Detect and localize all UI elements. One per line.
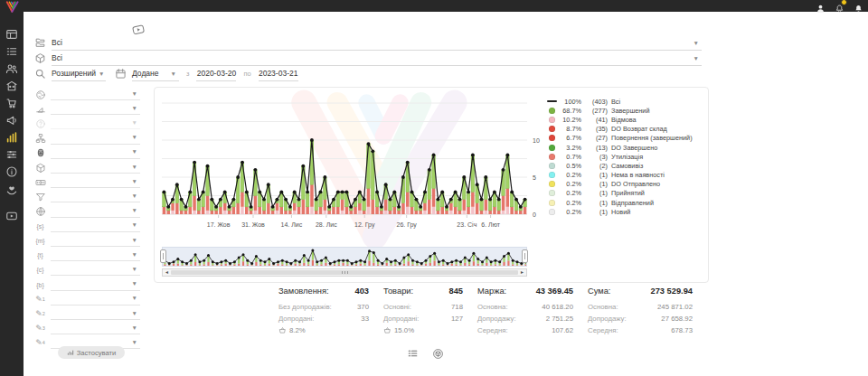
list-view-icon[interactable] <box>407 347 419 359</box>
legend-item[interactable]: 0.2%(1)Відправлений <box>549 198 693 207</box>
filter-select[interactable]: ▼ <box>51 160 140 174</box>
sidebar-item-dashboard-icon[interactable] <box>5 28 18 41</box>
app-logo-icon[interactable] <box>5 0 21 16</box>
legend-item[interactable]: 0.5%(2)Самовивіз <box>549 161 693 170</box>
filter-select[interactable]: ▼ <box>51 174 140 188</box>
legend-count: (1) <box>581 171 608 179</box>
stats-row: Середня:107.62 <box>477 324 573 336</box>
filter-select[interactable]: ▼ <box>51 248 140 261</box>
apply-button[interactable]: Застосувати <box>58 346 125 359</box>
chart-scrollbar[interactable]: ◄ ► <box>162 268 527 277</box>
notifications-bell-icon[interactable] <box>835 1 844 11</box>
sidebar-item-megaphone-icon[interactable] <box>5 114 18 127</box>
x-axis-label: 6. Лют <box>481 221 500 228</box>
legend-item[interactable]: 0.2%(1)DO Отправлено <box>549 180 693 189</box>
legend-item[interactable]: 0.2%(1)Прийнятий <box>549 189 693 198</box>
scrollbar-thumb[interactable] <box>171 270 518 275</box>
stats-row-label: Допродані: <box>383 313 420 324</box>
legend-item[interactable]: 100%(403)Всі <box>549 97 693 106</box>
chevron-down-icon: ▼ <box>132 324 137 331</box>
package-box-icon <box>34 52 46 64</box>
navigator-right-handle[interactable] <box>522 249 528 263</box>
date-from-input[interactable]: 2020-03-20 <box>196 67 236 81</box>
scope-select[interactable]: Всі ▼ <box>52 36 702 51</box>
filter-select[interactable]: ▼ <box>51 204 140 218</box>
navigator-mini-chart <box>162 247 527 267</box>
sidebar-item-cart-icon[interactable] <box>5 97 18 109</box>
chevron-down-icon: ▼ <box>132 310 137 316</box>
date-from-prefix: з <box>186 70 189 78</box>
legend-label: Відправлений <box>611 199 654 207</box>
legend-percent: 10.2% <box>555 116 581 124</box>
chevron-down-icon: ▼ <box>132 339 137 345</box>
filter-select[interactable]: ▼ <box>51 306 140 320</box>
chevron-down-icon: ▼ <box>132 105 137 111</box>
filter-select[interactable]: ▼ <box>51 116 140 129</box>
product-select[interactable]: Всі ▼ <box>52 52 702 66</box>
braces-icon: {m} <box>34 235 46 247</box>
sidebar-item-video-icon[interactable] <box>5 210 18 222</box>
sidebar-item-analytics-icon[interactable] <box>5 131 18 144</box>
sidebar-item-loyalty-icon[interactable] <box>5 183 18 196</box>
filter-select[interactable]: ▼ <box>51 101 140 115</box>
filter-row-help: ▼ <box>34 116 140 129</box>
filter-select[interactable]: ▼ <box>51 219 140 232</box>
filter-select[interactable]: ▼ <box>51 131 140 145</box>
sidebar-item-info-icon[interactable] <box>5 165 18 178</box>
chevron-down-icon: ▼ <box>132 148 137 155</box>
filter-row-level: ▼ <box>34 101 140 115</box>
sidebar-item-orders-icon[interactable] <box>5 45 18 58</box>
date-to-prefix: по <box>243 70 250 78</box>
filter-select[interactable]: ▼ <box>51 321 140 334</box>
legend-label: DO Завершено <box>611 144 657 152</box>
legend-item[interactable]: 0.2%(1)Новий <box>549 207 693 216</box>
legend-percent: 0.7% <box>555 153 581 161</box>
date-to-input[interactable]: 2023-03-21 <box>259 67 298 81</box>
stats-row: Допродані:127 <box>383 313 463 324</box>
legend-item[interactable]: 0.2%(1)Нема в наявності <box>549 171 693 180</box>
braces-icon: {c} <box>34 264 46 276</box>
legend-percent: 6.7% <box>555 134 581 142</box>
stats-row-value: 127 <box>451 313 463 324</box>
sidebar-item-sliders-icon[interactable] <box>5 148 18 161</box>
date-field-value: Додане <box>132 69 159 78</box>
sidebar-item-users-icon[interactable] <box>5 62 18 75</box>
scroll-left-icon[interactable]: ◄ <box>165 269 169 276</box>
stats-column: Сума:273 529.94Основна:245 871.02Допрода… <box>588 287 693 336</box>
stats-column: Товари:845Основні:718Допродані:12715.0% <box>383 287 463 336</box>
legend-label: Повернення (завершений) <box>611 134 693 142</box>
alerts-bell-icon[interactable] <box>854 1 863 11</box>
pencil-icon: ✎3 <box>34 323 46 334</box>
stats-title: Сума:273 529.94 <box>588 287 693 296</box>
stats-row-value: 27 658.92 <box>661 313 693 324</box>
package-view-icon[interactable] <box>432 347 444 359</box>
legend-item[interactable]: 8.7%(35)DO Возврат склад <box>549 125 693 134</box>
filter-select[interactable]: ▼ <box>51 87 140 100</box>
filter-select[interactable]: ▼ <box>51 189 140 202</box>
filter-select[interactable]: ▼ <box>51 262 140 276</box>
product-filter: Всі ▼ <box>34 52 702 65</box>
scroll-right-icon[interactable]: ► <box>520 269 524 276</box>
scrollbar-grip <box>344 271 345 274</box>
legend-item[interactable]: 6.7%(27)Повернення (завершений) <box>549 134 693 143</box>
stats-title-value: 845 <box>448 287 463 296</box>
legend-item[interactable]: 0.7%(3)Утилізація <box>549 152 693 161</box>
date-field-select[interactable]: Додане ▼ <box>132 67 179 81</box>
filter-select[interactable]: ▼ <box>51 292 140 306</box>
search-mode-select[interactable]: Розширений ▼ <box>52 67 106 81</box>
legend-item[interactable]: 10.2%(41)Відмова <box>549 115 693 124</box>
video-tag-icon[interactable] <box>127 22 150 37</box>
user-icon[interactable] <box>816 1 826 11</box>
stats-row: Допродажу:27 658.92 <box>588 313 693 324</box>
legend-percent: 0.2% <box>555 189 581 197</box>
sidebar-item-store-icon[interactable] <box>5 80 18 92</box>
legend-item[interactable]: 3.2%(13)DO Завершено <box>549 143 693 152</box>
legend-percent: 0.2% <box>555 199 581 207</box>
filter-select[interactable]: ▼ <box>51 277 140 291</box>
stats-row-value: 678.73 <box>671 324 693 336</box>
filter-select[interactable]: ▼ <box>51 233 140 247</box>
web-icon <box>34 206 46 218</box>
legend-item[interactable]: 68.7%(277)Завершений <box>549 106 693 115</box>
filter-select[interactable]: ▼ <box>51 146 140 159</box>
navigator-left-handle[interactable] <box>160 249 166 263</box>
